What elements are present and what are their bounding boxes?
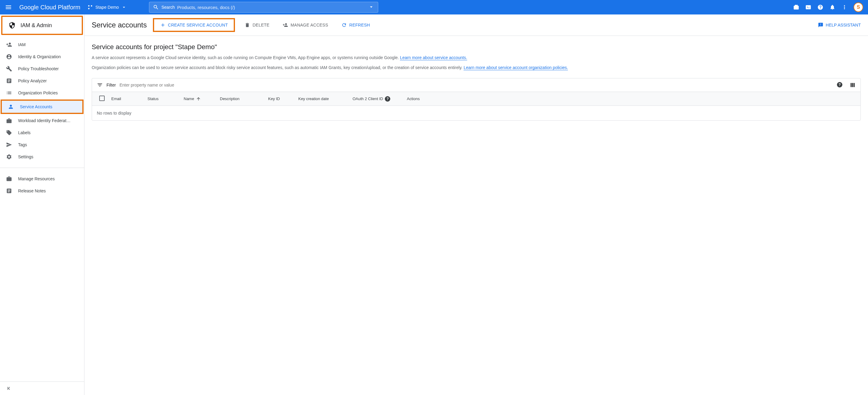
help-assistant-button[interactable]: HELP ASSISTANT	[818, 22, 861, 28]
sidebar-item-label: Manage Resources	[18, 176, 55, 181]
sidebar-item-label: Policy Analyzer	[18, 78, 47, 83]
project-icon	[88, 4, 93, 10]
send-icon	[6, 142, 12, 148]
content-body: Service accounts for project "Stape Demo…	[85, 36, 868, 128]
search-icon	[153, 4, 159, 10]
sidebar-item-identity[interactable]: Identity & Organization	[0, 51, 84, 63]
sidebar-collapse-button[interactable]	[0, 382, 84, 395]
sidebar-item-settings[interactable]: Settings	[0, 151, 84, 163]
button-label: CREATE SERVICE ACCOUNT	[168, 23, 228, 27]
badge-icon	[6, 118, 12, 124]
sidebar-item-label: Release Notes	[18, 189, 46, 193]
project-name: Stape Demo	[95, 5, 119, 10]
help-circle-icon[interactable]: ?	[385, 96, 390, 102]
sidebar-item-tags[interactable]: Tags	[0, 139, 84, 151]
refresh-button[interactable]: REFRESH	[338, 20, 374, 30]
button-label: REFRESH	[349, 23, 370, 27]
sidebar-item-iam[interactable]: IAM	[0, 39, 84, 51]
column-header-keydate[interactable]: Key creation date	[296, 97, 350, 101]
key-account-icon	[8, 104, 14, 110]
arrow-up-icon	[196, 97, 201, 101]
gear-icon	[6, 154, 12, 160]
briefcase-icon	[6, 176, 12, 182]
sidebar-item-label: Settings	[18, 154, 33, 159]
learn-more-policies-link[interactable]: Learn more about service account organiz…	[464, 65, 568, 70]
list-icon	[6, 90, 12, 96]
chat-icon	[818, 22, 824, 28]
button-label: MANAGE ACCESS	[290, 23, 328, 27]
shield-icon	[8, 22, 16, 29]
cloud-shell-icon[interactable]	[805, 4, 811, 10]
learn-more-accounts-link[interactable]: Learn more about service accounts.	[400, 55, 467, 60]
column-header-actions: Actions	[404, 97, 435, 101]
svg-point-0	[88, 5, 90, 7]
columns-icon[interactable]	[849, 82, 856, 88]
sidebar-item-label: IAM	[18, 42, 26, 47]
hamburger-menu-icon[interactable]	[5, 4, 12, 11]
account-icon	[6, 54, 12, 60]
top-header: Google Cloud Platform Stape Demo Search …	[0, 0, 868, 14]
person-add-icon	[6, 42, 12, 47]
create-service-account-button[interactable]: CREATE SERVICE ACCOUNT	[153, 18, 235, 32]
person-add-icon	[283, 22, 288, 28]
search-input[interactable]	[177, 5, 369, 10]
sidebar-item-label: Service Accounts	[20, 104, 52, 109]
svg-point-2	[88, 8, 90, 9]
page-title: Service accounts	[92, 21, 147, 29]
notifications-icon[interactable]	[829, 4, 835, 10]
column-header-status[interactable]: Status	[145, 97, 181, 101]
search-box[interactable]: Search	[149, 2, 378, 13]
chevron-left-icon	[6, 385, 12, 391]
sidebar: IAM & Admin IAM Identity & Organization …	[0, 14, 85, 395]
project-selector[interactable]: Stape Demo	[85, 3, 129, 11]
help-icon[interactable]	[817, 4, 824, 10]
sidebar-item-troubleshooter[interactable]: Policy Troubleshooter	[0, 63, 84, 75]
table-wrapper: Filter ? Email Status Name Descripti	[92, 78, 861, 121]
sidebar-item-workload[interactable]: Workload Identity Federat…	[0, 114, 84, 127]
gift-icon[interactable]	[793, 4, 799, 10]
sidebar-item-label: Tags	[18, 142, 27, 147]
plus-icon	[160, 22, 165, 28]
content-subtitle: Service accounts for project "Stape Demo…	[92, 43, 861, 51]
sidebar-item-org-policies[interactable]: Organization Policies	[0, 87, 84, 99]
help-circle-icon[interactable]: ?	[837, 82, 842, 88]
sidebar-header[interactable]: IAM & Admin	[1, 16, 83, 35]
filter-input[interactable]	[119, 83, 833, 88]
avatar[interactable]: S	[854, 2, 863, 12]
logo-text[interactable]: Google Cloud Platform	[19, 4, 80, 11]
sidebar-title: IAM & Admin	[21, 22, 52, 29]
sidebar-item-service-accounts[interactable]: Service Accounts	[1, 99, 84, 114]
svg-point-1	[91, 5, 93, 7]
table-filter-bar: Filter ?	[92, 78, 861, 92]
sidebar-item-manage-resources[interactable]: Manage Resources	[0, 173, 84, 185]
search-chevron-down-icon[interactable]	[368, 4, 374, 11]
column-header-description[interactable]: Description	[217, 97, 266, 101]
sidebar-item-analyzer[interactable]: Policy Analyzer	[0, 75, 84, 87]
sidebar-items: IAM Identity & Organization Policy Troub…	[0, 36, 84, 382]
tag-icon	[6, 130, 12, 136]
sidebar-item-label: Organization Policies	[18, 91, 58, 95]
sidebar-item-label: Labels	[18, 130, 30, 135]
filter-icon[interactable]	[97, 82, 103, 88]
column-header-oauth[interactable]: OAuth 2 Client ID ?	[350, 96, 404, 102]
more-vert-icon[interactable]	[841, 4, 847, 10]
column-header-email[interactable]: Email	[109, 97, 145, 101]
sidebar-item-release-notes[interactable]: Release Notes	[0, 185, 84, 197]
description-1: A service account represents a Google Cl…	[92, 55, 861, 61]
notes-icon	[6, 188, 12, 194]
sidebar-divider	[0, 168, 84, 168]
button-label: DELETE	[252, 23, 269, 27]
document-search-icon	[6, 78, 12, 84]
description-2: Organization policies can be used to sec…	[92, 65, 861, 71]
delete-button[interactable]: DELETE	[241, 20, 273, 30]
column-header-name[interactable]: Name	[181, 97, 217, 101]
search-label: Search	[161, 5, 175, 10]
button-label: HELP ASSISTANT	[826, 23, 861, 27]
manage-access-button[interactable]: MANAGE ACCESS	[279, 20, 332, 30]
refresh-icon	[341, 22, 347, 28]
column-header-keyid[interactable]: Key ID	[266, 97, 296, 101]
select-all-checkbox[interactable]	[97, 96, 109, 102]
content-area: Service accounts CREATE SERVICE ACCOUNT …	[85, 14, 868, 395]
sidebar-item-labels[interactable]: Labels	[0, 127, 84, 139]
sidebar-item-label: Identity & Organization	[18, 54, 61, 59]
